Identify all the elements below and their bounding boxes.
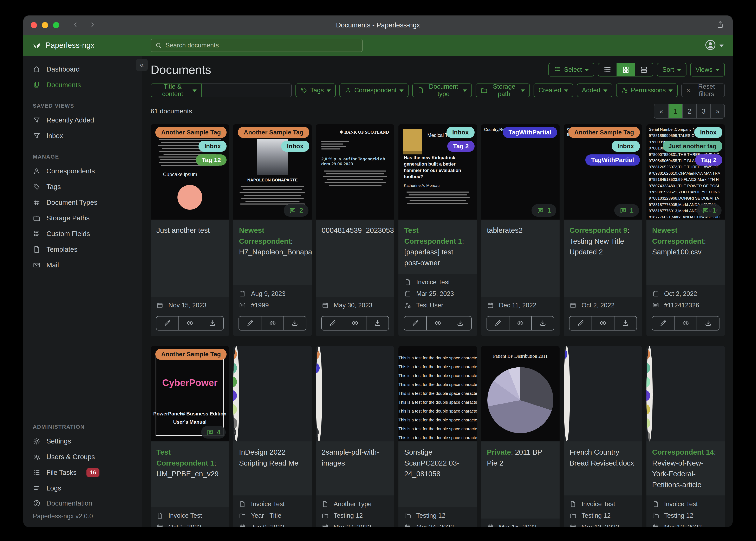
sidebar-item-documentation[interactable]: Documentation	[23, 496, 142, 510]
sidebar-item-correspondents[interactable]: Correspondents	[23, 163, 142, 179]
edit-document-button[interactable]	[652, 316, 674, 330]
tag-pill[interactable]: Tag 12	[233, 376, 237, 387]
sidebar-item-dashboard[interactable]: Dashboard	[23, 61, 142, 77]
document-title-link[interactable]: Correspondent 14: Review-of-New-York-Fed…	[646, 441, 725, 495]
correspondent-link[interactable]: Test Correspondent 1	[404, 226, 462, 245]
sidebar-collapse-button[interactable]: «	[136, 59, 148, 71]
document-title-link[interactable]: Sonstige ScanPC2022 03-24_081058	[398, 441, 477, 507]
correspondent-link[interactable]: Correspondent 14	[652, 448, 714, 456]
sidebar-item-users-groups[interactable]: Users & Groups	[23, 449, 142, 465]
document-thumbnail[interactable]: Country,Region/State," TotalTagWithParti…	[481, 124, 560, 220]
tag-pill[interactable]: TagWithPartial	[585, 155, 640, 166]
preview-document-button[interactable]	[344, 316, 366, 330]
edit-document-button[interactable]	[404, 316, 426, 330]
comments-badge[interactable]: 1	[697, 204, 722, 217]
share-icon[interactable]	[716, 20, 724, 30]
document-thumbnail[interactable]: InDesign Scripting DocumentationAnother …	[233, 346, 239, 441]
comments-badge[interactable]: 1	[316, 426, 319, 438]
tag-pill[interactable]: Another Sample Tag	[155, 349, 227, 360]
view-list-button[interactable]	[598, 63, 617, 76]
document-title-link[interactable]: Private: 2011 BP Pie 2	[481, 441, 560, 519]
document-title-link[interactable]: Correspondent 9: Testing New Title Updat…	[564, 220, 642, 297]
download-document-button[interactable]	[201, 316, 223, 330]
correspondent-link[interactable]: Test Correspondent 1	[156, 448, 214, 467]
document-thumbnail[interactable]: one,1.0five,5.0Another Sample TagInboxTa…	[564, 124, 642, 220]
document-thumbnail[interactable]: French Country BreadTagWithPartial	[564, 346, 570, 441]
edit-document-button[interactable]	[322, 316, 344, 330]
document-title-link[interactable]: Just another test	[151, 220, 229, 297]
app-brand[interactable]: Paperless-ngx	[23, 40, 142, 51]
tag-pill[interactable]: TagWithPartial	[564, 349, 567, 360]
document-thumbnail[interactable]: Review of of Arbitral AwardsAnother Samp…	[646, 346, 653, 441]
title-content-input[interactable]	[202, 84, 292, 97]
comments-badge[interactable]: 1	[532, 204, 556, 217]
maximize-window-button[interactable]	[53, 22, 59, 28]
sidebar-item-logs[interactable]: Logs	[23, 480, 142, 496]
pagination-page-2[interactable]: 2	[682, 104, 696, 118]
preview-document-button[interactable]	[509, 316, 532, 330]
sidebar-item-documents[interactable]: Documents	[23, 77, 142, 93]
pagination-page-3[interactable]: 3	[696, 104, 710, 118]
document-title-link[interactable]: Newest Correspondent: Sample100.csv	[646, 220, 725, 285]
sidebar-item-settings[interactable]: Settings	[23, 433, 142, 449]
select-button[interactable]: Select	[548, 63, 594, 77]
document-thumbnail[interactable]: Patient BP Distribution 2011	[481, 346, 560, 441]
tag-pill[interactable]: TagWithPartial	[503, 127, 557, 138]
views-button[interactable]: Views	[690, 63, 725, 77]
tag-pill[interactable]: Tag 3	[646, 418, 650, 429]
tag-pill[interactable]: Another Sample Tag	[316, 349, 320, 360]
download-document-button[interactable]	[697, 316, 719, 330]
sidebar-item-inbox[interactable]: Inbox	[23, 128, 142, 144]
title-content-dropdown[interactable]: Title & content	[151, 84, 202, 97]
filter-permissions-button[interactable]: Permissions	[616, 84, 678, 97]
edit-document-button[interactable]	[239, 316, 261, 330]
view-detail-button[interactable]	[635, 63, 653, 76]
edit-document-button[interactable]	[487, 316, 509, 330]
document-title-link[interactable]: Newest Correspondent: H7_Napoleon_Bonapa…	[233, 220, 312, 285]
comments-badge[interactable]: 2	[284, 204, 308, 217]
download-document-button[interactable]	[531, 316, 554, 330]
comments-badge[interactable]: 4	[201, 426, 226, 438]
user-menu[interactable]	[704, 39, 724, 52]
tag-pill[interactable]: Inbox	[447, 127, 475, 138]
document-title-link[interactable]: InDesign 2022 Scripting Read Me	[233, 441, 312, 495]
filter-created-button[interactable]: Created	[534, 84, 573, 97]
comments-badge[interactable]: 1	[614, 204, 639, 217]
download-document-button[interactable]	[614, 316, 637, 330]
tag-pill[interactable]: Just another tag	[646, 362, 650, 373]
tag-pill[interactable]: Tag 2	[646, 390, 650, 401]
edit-document-button[interactable]	[156, 316, 178, 330]
tag-pill[interactable]: Tag 2	[233, 390, 237, 401]
document-title-link[interactable]: 0004814539_20230531	[316, 220, 394, 297]
sidebar-item-recently-added[interactable]: Recently Added	[23, 112, 142, 128]
preview-document-button[interactable]	[674, 316, 697, 330]
pagination-next[interactable]: »	[710, 104, 724, 118]
document-thumbnail[interactable]: Medical TeacherHas the new Kirkpatrick g…	[398, 124, 477, 220]
download-document-button[interactable]	[449, 316, 471, 330]
tag-pill[interactable]: Partial Tag	[646, 376, 650, 387]
tag-pill[interactable]: Another Sample Tag	[568, 127, 640, 138]
download-document-button[interactable]	[366, 316, 389, 330]
tag-pill[interactable]: Tag 12	[196, 155, 227, 166]
pagination-prev[interactable]: «	[654, 104, 668, 118]
correspondent-link[interactable]: Newest Correspondent	[239, 226, 291, 245]
sort-button[interactable]: Sort	[657, 63, 686, 77]
document-title-link[interactable]: French Country Bread Revised.docx	[564, 441, 642, 495]
tag-pill[interactable]: Inbox	[281, 141, 309, 152]
search-input[interactable]	[151, 39, 363, 52]
tag-pill[interactable]: Another Sample Tag	[238, 127, 309, 138]
tag-pill[interactable]: Another Sample Tag	[233, 349, 237, 360]
sidebar-item-file-tasks[interactable]: File Tasks16	[23, 465, 142, 480]
close-window-button[interactable]	[31, 22, 37, 28]
tag-pill[interactable]: Inbox	[694, 127, 722, 138]
sidebar-item-templates[interactable]: Templates	[23, 242, 142, 257]
tag-pill[interactable]: Inbox	[198, 141, 227, 152]
tag-pill[interactable]: Tag 3	[233, 404, 237, 415]
sidebar-item-storage-paths[interactable]: Storage Paths	[23, 210, 142, 226]
edit-document-button[interactable]	[569, 316, 592, 330]
document-thumbnail[interactable]: CyberPowerPowerPanel® Business EditionUs…	[151, 346, 229, 441]
pagination-page-1[interactable]: 1	[668, 104, 682, 118]
sidebar-item-document-types[interactable]: Document Types	[23, 195, 142, 210]
tag-pill[interactable]: Tag 2	[695, 155, 722, 166]
reset-filters-button[interactable]: ×Reset filters	[681, 84, 725, 97]
